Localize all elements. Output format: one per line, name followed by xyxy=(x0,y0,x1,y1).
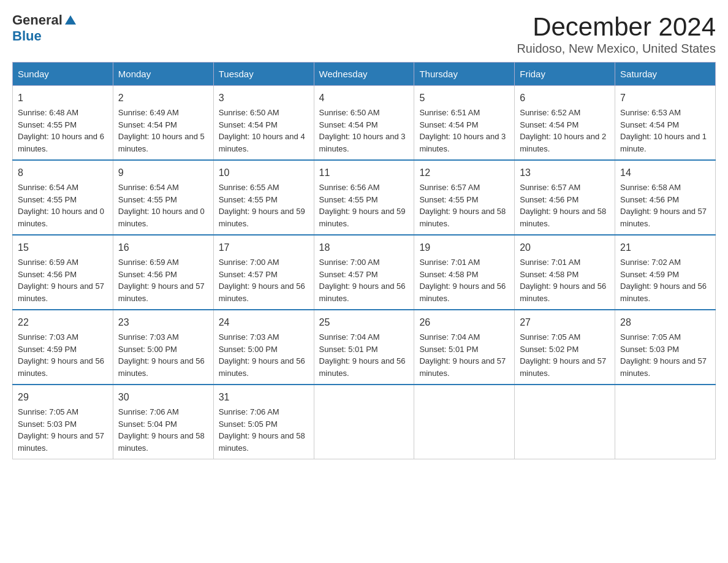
calendar-cell: 11 Sunrise: 6:56 AM Sunset: 4:55 PM Dayl… xyxy=(314,160,414,235)
daylight-label: Daylight: 9 hours and 57 minutes. xyxy=(520,356,606,378)
sunset-label: Sunset: 4:56 PM xyxy=(620,195,679,204)
header-tuesday: Tuesday xyxy=(213,63,314,86)
calendar-cell: 24 Sunrise: 7:03 AM Sunset: 5:00 PM Dayl… xyxy=(213,310,314,385)
day-number: 4 xyxy=(319,91,409,105)
daylight-label: Daylight: 10 hours and 5 minutes. xyxy=(118,132,205,153)
day-number: 17 xyxy=(219,240,309,255)
calendar-table: SundayMondayTuesdayWednesdayThursdayFrid… xyxy=(12,62,716,459)
sunrise-label: Sunrise: 6:50 AM xyxy=(219,108,279,117)
sunset-label: Sunset: 5:01 PM xyxy=(319,345,378,354)
daylight-label: Daylight: 9 hours and 56 minutes. xyxy=(419,282,506,303)
daylight-label: Daylight: 9 hours and 57 minutes. xyxy=(620,356,707,378)
sunset-label: Sunset: 4:55 PM xyxy=(118,195,177,204)
week-row-3: 15 Sunrise: 6:59 AM Sunset: 4:56 PM Dayl… xyxy=(13,235,716,310)
day-number: 20 xyxy=(520,240,610,255)
logo-general-text: General xyxy=(12,12,63,28)
day-number: 12 xyxy=(419,166,509,180)
sunrise-label: Sunrise: 7:04 AM xyxy=(319,332,380,342)
calendar-cell: 17 Sunrise: 7:00 AM Sunset: 4:57 PM Dayl… xyxy=(213,235,314,310)
day-number: 7 xyxy=(620,91,710,105)
sunrise-label: Sunrise: 6:48 AM xyxy=(18,108,78,117)
daylight-label: Daylight: 10 hours and 0 minutes. xyxy=(118,207,205,228)
calendar-cell: 9 Sunrise: 6:54 AM Sunset: 4:55 PM Dayli… xyxy=(113,160,213,235)
calendar-cell: 29 Sunrise: 7:05 AM Sunset: 5:03 PM Dayl… xyxy=(13,385,113,459)
sunset-label: Sunset: 4:55 PM xyxy=(219,195,278,204)
calendar-cell: 3 Sunrise: 6:50 AM Sunset: 4:54 PM Dayli… xyxy=(213,86,314,161)
sunrise-label: Sunrise: 7:00 AM xyxy=(219,258,279,267)
sunset-label: Sunset: 4:55 PM xyxy=(18,195,77,204)
day-number: 19 xyxy=(419,240,509,255)
calendar-cell xyxy=(414,385,515,459)
sunset-label: Sunset: 4:54 PM xyxy=(419,120,478,129)
daylight-label: Daylight: 10 hours and 2 minutes. xyxy=(520,132,606,153)
header-thursday: Thursday xyxy=(414,63,515,86)
daylight-label: Daylight: 9 hours and 56 minutes. xyxy=(219,356,305,378)
sunrise-label: Sunrise: 7:02 AM xyxy=(620,258,681,267)
daylight-label: Daylight: 10 hours and 1 minute. xyxy=(620,132,707,153)
calendar-cell: 16 Sunrise: 6:59 AM Sunset: 4:56 PM Dayl… xyxy=(113,235,213,310)
sunrise-label: Sunrise: 7:06 AM xyxy=(118,407,179,416)
day-number: 6 xyxy=(520,91,610,105)
day-number: 13 xyxy=(520,166,610,180)
sunset-label: Sunset: 4:58 PM xyxy=(419,270,478,279)
sunset-label: Sunset: 5:05 PM xyxy=(219,419,278,429)
calendar-cell: 18 Sunrise: 7:00 AM Sunset: 4:57 PM Dayl… xyxy=(314,235,414,310)
sunset-label: Sunset: 4:55 PM xyxy=(18,120,77,129)
sunrise-label: Sunrise: 6:52 AM xyxy=(520,108,580,117)
sunrise-label: Sunrise: 6:50 AM xyxy=(319,108,380,117)
sunset-label: Sunset: 5:00 PM xyxy=(118,345,177,354)
header-saturday: Saturday xyxy=(615,63,716,86)
sunrise-label: Sunrise: 7:00 AM xyxy=(319,258,380,267)
sunrise-label: Sunrise: 6:59 AM xyxy=(118,258,179,267)
day-number: 23 xyxy=(118,315,208,330)
calendar-cell xyxy=(314,385,414,459)
header-monday: Monday xyxy=(113,63,213,86)
calendar-cell: 4 Sunrise: 6:50 AM Sunset: 4:54 PM Dayli… xyxy=(314,86,414,161)
daylight-label: Daylight: 10 hours and 3 minutes. xyxy=(319,132,406,153)
sunset-label: Sunset: 4:54 PM xyxy=(118,120,177,129)
day-number: 1 xyxy=(18,91,108,105)
calendar-cell: 14 Sunrise: 6:58 AM Sunset: 4:56 PM Dayl… xyxy=(615,160,716,235)
sunrise-label: Sunrise: 7:05 AM xyxy=(520,332,580,342)
daylight-label: Daylight: 9 hours and 59 minutes. xyxy=(319,207,406,228)
daylight-label: Daylight: 10 hours and 6 minutes. xyxy=(18,132,104,153)
svg-marker-0 xyxy=(65,15,76,25)
day-number: 28 xyxy=(620,315,710,330)
sunset-label: Sunset: 4:54 PM xyxy=(319,120,378,129)
sunset-label: Sunset: 4:57 PM xyxy=(319,270,378,279)
sunset-label: Sunset: 4:57 PM xyxy=(219,270,278,279)
day-number: 14 xyxy=(620,166,710,180)
daylight-label: Daylight: 9 hours and 57 minutes. xyxy=(620,207,707,228)
daylight-label: Daylight: 9 hours and 56 minutes. xyxy=(219,282,305,303)
calendar-cell: 25 Sunrise: 7:04 AM Sunset: 5:01 PM Dayl… xyxy=(314,310,414,385)
sunrise-label: Sunrise: 7:03 AM xyxy=(219,332,279,342)
sunset-label: Sunset: 4:54 PM xyxy=(620,120,679,129)
calendar-cell: 5 Sunrise: 6:51 AM Sunset: 4:54 PM Dayli… xyxy=(414,86,515,161)
calendar-cell: 19 Sunrise: 7:01 AM Sunset: 4:58 PM Dayl… xyxy=(414,235,515,310)
sunrise-label: Sunrise: 6:57 AM xyxy=(419,183,480,192)
calendar-cell: 26 Sunrise: 7:04 AM Sunset: 5:01 PM Dayl… xyxy=(414,310,515,385)
sunrise-label: Sunrise: 7:04 AM xyxy=(419,332,480,342)
day-number: 26 xyxy=(419,315,509,330)
daylight-label: Daylight: 10 hours and 4 minutes. xyxy=(219,132,305,153)
daylight-label: Daylight: 9 hours and 56 minutes. xyxy=(118,356,205,378)
sunrise-label: Sunrise: 7:05 AM xyxy=(18,407,78,416)
sunset-label: Sunset: 4:56 PM xyxy=(118,270,177,279)
sunrise-label: Sunrise: 7:01 AM xyxy=(419,258,480,267)
calendar-cell: 12 Sunrise: 6:57 AM Sunset: 4:55 PM Dayl… xyxy=(414,160,515,235)
daylight-label: Daylight: 9 hours and 58 minutes. xyxy=(419,207,506,228)
daylight-label: Daylight: 9 hours and 57 minutes. xyxy=(419,356,506,378)
sunset-label: Sunset: 4:56 PM xyxy=(18,270,77,279)
calendar-cell: 8 Sunrise: 6:54 AM Sunset: 4:55 PM Dayli… xyxy=(13,160,113,235)
day-number: 22 xyxy=(18,315,108,330)
day-number: 24 xyxy=(219,315,309,330)
sunrise-label: Sunrise: 6:53 AM xyxy=(620,108,681,117)
sunrise-label: Sunrise: 6:59 AM xyxy=(18,258,78,267)
page-header: General Blue December 2024 Ruidoso, New … xyxy=(12,12,716,56)
calendar-header-row: SundayMondayTuesdayWednesdayThursdayFrid… xyxy=(13,63,716,86)
sunset-label: Sunset: 5:02 PM xyxy=(520,345,578,354)
daylight-label: Daylight: 9 hours and 59 minutes. xyxy=(219,207,305,228)
page-title: December 2024 xyxy=(517,12,716,42)
sunset-label: Sunset: 4:56 PM xyxy=(520,195,578,204)
daylight-label: Daylight: 9 hours and 57 minutes. xyxy=(18,282,104,303)
